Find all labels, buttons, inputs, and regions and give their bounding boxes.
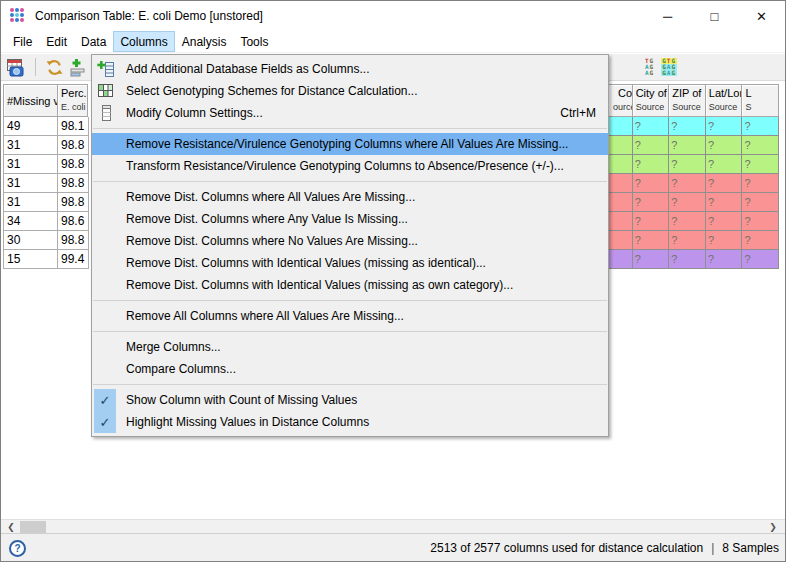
menu-item-transform-resistance-virulence[interactable]: Transform Resistance/Virulence Genotypin… xyxy=(92,155,608,177)
missing-value-cell[interactable]: ? xyxy=(633,155,670,174)
minimize-button[interactable]: ─ xyxy=(644,1,691,31)
value-cell[interactable] xyxy=(609,155,633,174)
menu-item-remove-dist-identical-as-identical[interactable]: Remove Dist. Columns with Identical Valu… xyxy=(92,252,608,274)
column-header-city[interactable]: City of I Source xyxy=(633,84,670,117)
missing-value-cell[interactable]: ? xyxy=(669,136,706,155)
menubar-item-edit[interactable]: Edit xyxy=(39,31,74,52)
missing-value-cell[interactable]: ? xyxy=(669,212,706,231)
missing-value-cell[interactable]: ? xyxy=(742,155,779,174)
scrollbar-thumb[interactable] xyxy=(20,521,46,533)
percentage-cell[interactable]: 98.8 xyxy=(58,174,89,193)
menu-separator xyxy=(93,128,607,129)
missing-value-cell[interactable]: ? xyxy=(633,117,670,136)
value-cell[interactable] xyxy=(609,212,633,231)
menu-item-show-missing-count-column[interactable]: ✓ Show Column with Count of Missing Valu… xyxy=(92,389,608,411)
value-cell[interactable] xyxy=(609,174,633,193)
sequence-row: AG xyxy=(644,70,655,76)
scroll-right-arrow-icon[interactable]: ❯ xyxy=(765,520,781,534)
menu-item-remove-dist-all-missing[interactable]: Remove Dist. Columns where All Values Ar… xyxy=(92,186,608,208)
menu-item-merge-columns[interactable]: Merge Columns... xyxy=(92,336,608,358)
column-header-percentage[interactable]: Perc. E. coli xyxy=(57,84,88,117)
menu-item-select-genotyping-schemes[interactable]: Select Genotyping Schemes for Distance C… xyxy=(92,80,608,102)
percentage-cell[interactable]: 98.1 xyxy=(58,117,89,136)
percentage-cell[interactable]: 98.6 xyxy=(58,212,89,231)
missing-count-cell[interactable]: 31 xyxy=(3,136,58,155)
scroll-left-arrow-icon[interactable]: ❮ xyxy=(3,520,19,534)
missing-value-cell[interactable]: ? xyxy=(633,250,670,269)
missing-count-cell[interactable]: 31 xyxy=(3,155,58,174)
missing-count-cell[interactable]: 49 xyxy=(3,117,58,136)
missing-value-cell[interactable]: ? xyxy=(669,250,706,269)
maximize-button[interactable]: □ xyxy=(691,1,738,31)
percentage-cell[interactable]: 98.8 xyxy=(58,136,89,155)
value-cell[interactable] xyxy=(609,193,633,212)
missing-value-cell[interactable]: ? xyxy=(706,231,743,250)
missing-value-cell[interactable]: ? xyxy=(706,193,743,212)
menubar-item-analysis[interactable]: Analysis xyxy=(175,31,234,52)
menu-item-modify-column-settings[interactable]: Modify Column Settings... Ctrl+M xyxy=(92,102,608,124)
menu-item-remove-dist-identical-own-category[interactable]: Remove Dist. Columns with Identical Valu… xyxy=(92,274,608,296)
refresh-icon[interactable] xyxy=(45,58,64,77)
missing-value-cell[interactable]: ? xyxy=(742,136,779,155)
missing-value-cell[interactable]: ? xyxy=(669,117,706,136)
missing-value-cell[interactable]: ? xyxy=(706,136,743,155)
value-cell[interactable] xyxy=(609,117,633,136)
percentage-cell[interactable]: 98.8 xyxy=(58,155,89,174)
sequence-alignment-highlight-icon[interactable]: GTG GAG GAG xyxy=(661,58,677,76)
help-button[interactable]: ? xyxy=(9,540,26,557)
value-cell[interactable] xyxy=(609,136,633,155)
missing-value-cell[interactable]: ? xyxy=(742,212,779,231)
percentage-cell[interactable]: 98.8 xyxy=(58,231,89,250)
missing-value-cell[interactable]: ? xyxy=(669,155,706,174)
missing-value-cell[interactable]: ? xyxy=(633,136,670,155)
column-header-missing-values[interactable]: #Missing v xyxy=(3,84,58,117)
menubar-item-data[interactable]: Data xyxy=(74,31,113,52)
table-row: 3198.8 xyxy=(3,136,89,155)
column-header-sublabel: Source xyxy=(706,102,742,112)
missing-count-cell[interactable]: 31 xyxy=(3,174,58,193)
menu-item-compare-columns[interactable]: Compare Columns... xyxy=(92,358,608,380)
column-header-zip[interactable]: ZIP of Is Source xyxy=(669,84,706,117)
missing-value-cell[interactable]: ? xyxy=(706,155,743,174)
table-camera-icon[interactable] xyxy=(6,58,28,77)
menu-item-remove-resistance-virulence-missing[interactable]: Remove Resistance/Virulence Genotyping C… xyxy=(92,133,608,155)
percentage-cell[interactable]: 99.4 xyxy=(58,250,89,269)
menubar-item-columns[interactable]: Columns xyxy=(113,31,174,52)
percentage-cell[interactable]: 98.8 xyxy=(58,193,89,212)
missing-count-cell[interactable]: 30 xyxy=(3,231,58,250)
menu-item-highlight-missing-values[interactable]: ✓ Highlight Missing Values in Distance C… xyxy=(92,411,608,433)
value-cell[interactable] xyxy=(609,250,633,269)
missing-value-cell[interactable]: ? xyxy=(669,174,706,193)
menubar-item-file[interactable]: File xyxy=(6,31,39,52)
missing-value-cell[interactable]: ? xyxy=(669,231,706,250)
missing-value-cell[interactable]: ? xyxy=(742,231,779,250)
menu-item-remove-dist-no-missing[interactable]: Remove Dist. Columns where No Values Are… xyxy=(92,230,608,252)
column-header-partial[interactable]: L S xyxy=(742,84,779,117)
missing-value-cell[interactable]: ? xyxy=(633,174,670,193)
missing-value-cell[interactable]: ? xyxy=(669,193,706,212)
close-button[interactable]: ✕ xyxy=(738,1,785,31)
missing-count-cell[interactable]: 34 xyxy=(3,212,58,231)
menu-item-add-database-fields[interactable]: Add Additional Database Fields as Column… xyxy=(92,58,608,80)
missing-value-cell[interactable]: ? xyxy=(706,174,743,193)
sequence-alignment-icon[interactable]: TG AG AG xyxy=(644,58,655,76)
missing-value-cell[interactable]: ? xyxy=(706,117,743,136)
menu-item-remove-all-columns-missing[interactable]: Remove All Columns where All Values Are … xyxy=(92,305,608,327)
missing-count-cell[interactable]: 15 xyxy=(3,250,58,269)
column-header-country[interactable]: Countr ource xyxy=(609,84,633,117)
missing-value-cell[interactable]: ? xyxy=(742,174,779,193)
missing-value-cell[interactable]: ? xyxy=(742,193,779,212)
missing-value-cell[interactable]: ? xyxy=(742,250,779,269)
missing-count-cell[interactable]: 31 xyxy=(3,193,58,212)
missing-value-cell[interactable]: ? xyxy=(706,212,743,231)
missing-value-cell[interactable]: ? xyxy=(633,231,670,250)
missing-value-cell[interactable]: ? xyxy=(633,212,670,231)
column-header-latlong[interactable]: Lat/Long Source xyxy=(706,84,743,117)
missing-value-cell[interactable]: ? xyxy=(742,117,779,136)
missing-value-cell[interactable]: ? xyxy=(706,250,743,269)
value-cell[interactable] xyxy=(609,231,633,250)
horizontal-scrollbar[interactable]: ❮ ❯ xyxy=(1,519,786,533)
missing-value-cell[interactable]: ? xyxy=(633,193,670,212)
menubar-item-tools[interactable]: Tools xyxy=(233,31,275,52)
menu-item-remove-dist-any-missing[interactable]: Remove Dist. Columns where Any Value Is … xyxy=(92,208,608,230)
